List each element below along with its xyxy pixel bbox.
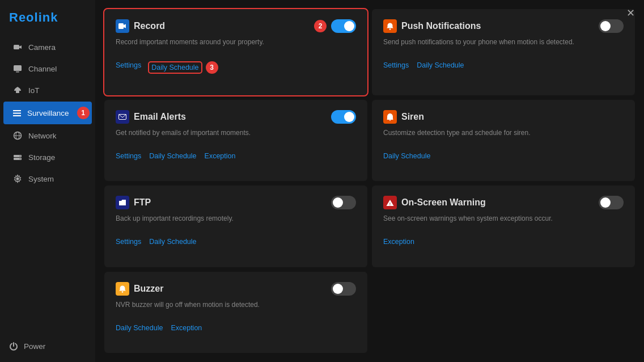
- buzzer-exception-link[interactable]: Exception: [171, 324, 202, 332]
- push-title: Push Notifications: [401, 21, 481, 31]
- sidebar-nav: Camera Channel IoT: [0, 34, 95, 335]
- card-buzzer-header: Buzzer: [116, 282, 356, 296]
- warning-title: On-Screen Warning: [401, 197, 486, 208]
- record-desc: Record important moments around your pro…: [116, 37, 356, 53]
- network-icon: [12, 131, 23, 141]
- siren-title: Siren: [401, 112, 424, 122]
- record-settings-link[interactable]: Settings: [116, 61, 141, 74]
- sidebar: Reolink Camera Channel: [0, 0, 95, 362]
- svg-point-18: [389, 28, 391, 30]
- system-icon: [12, 174, 23, 184]
- sidebar-item-surveillance[interactable]: Surveillance 1: [3, 102, 92, 124]
- record-title: Record: [134, 21, 165, 31]
- siren-desc: Customize detection type and schedule fo…: [383, 128, 624, 144]
- sidebar-label-channel: Channel: [28, 65, 57, 73]
- svg-point-13: [20, 155, 21, 157]
- svg-text:!: !: [389, 202, 391, 206]
- sidebar-item-iot[interactable]: IoT: [3, 80, 92, 100]
- siren-daily-schedule-link[interactable]: Daily Schedule: [383, 152, 430, 160]
- svg-rect-6: [13, 113, 21, 114]
- ftp-settings-link[interactable]: Settings: [116, 238, 141, 246]
- sidebar-label-iot: IoT: [28, 86, 40, 95]
- iot-icon: [12, 85, 23, 95]
- card-siren-title-row: Siren: [383, 110, 424, 124]
- ftp-links: Settings Daily Schedule: [116, 238, 356, 246]
- card-record: Record 2 Record important moments around…: [104, 9, 367, 95]
- svg-rect-20: [387, 119, 393, 120]
- ftp-icon: [116, 196, 129, 209]
- buzzer-toggle[interactable]: [331, 282, 356, 296]
- buzzer-title: Buzzer: [134, 284, 163, 294]
- card-email-header: Email Alerts: [116, 110, 356, 124]
- buzzer-links: Daily Schedule Exception: [116, 324, 356, 332]
- card-record-header: Record 2: [116, 19, 356, 33]
- email-links: Settings Daily Schedule Exception: [116, 152, 356, 160]
- brand-logo: Reolink: [0, 0, 95, 34]
- email-icon: [116, 110, 129, 124]
- sidebar-label-system: System: [28, 175, 54, 183]
- siren-icon: [383, 110, 397, 124]
- record-toggle[interactable]: [331, 19, 356, 33]
- surveillance-icon: [12, 108, 22, 118]
- svg-point-21: [389, 120, 391, 121]
- card-siren-header: Siren: [383, 110, 624, 124]
- card-push-title-row: Push Notifications: [383, 19, 481, 33]
- power-button[interactable]: Power: [0, 335, 95, 362]
- card-on-screen-warning: ! On-Screen Warning See on-screen warnin…: [372, 186, 635, 267]
- push-links: Settings Daily Schedule: [383, 61, 624, 69]
- card-push-header: Push Notifications: [383, 19, 624, 33]
- sidebar-item-camera[interactable]: Camera: [3, 37, 92, 57]
- email-daily-schedule-link[interactable]: Daily Schedule: [149, 152, 196, 160]
- card-siren: Siren Customize detection type and sched…: [372, 100, 635, 182]
- record-links: Settings Daily Schedule 3: [116, 61, 356, 74]
- sidebar-label-storage: Storage: [28, 153, 55, 162]
- email-desc: Get notified by emails of important mome…: [116, 128, 356, 144]
- email-toggle[interactable]: [331, 110, 356, 124]
- svg-point-24: [122, 291, 124, 293]
- card-email-alerts: Email Alerts Get notified by emails of i…: [104, 100, 367, 182]
- buzzer-daily-schedule-link[interactable]: Daily Schedule: [116, 324, 163, 332]
- siren-links: Daily Schedule: [383, 152, 624, 160]
- buzzer-desc: NVR buzzer will go off when motion is de…: [116, 300, 356, 316]
- warning-exception-link[interactable]: Exception: [383, 238, 414, 246]
- svg-rect-5: [13, 110, 21, 111]
- cards-grid: Record 2 Record important moments around…: [95, 0, 644, 362]
- push-settings-link[interactable]: Settings: [383, 61, 409, 69]
- email-exception-link[interactable]: Exception: [205, 152, 236, 160]
- ftp-toggle[interactable]: [331, 196, 356, 209]
- power-icon: [9, 342, 18, 351]
- email-settings-link[interactable]: Settings: [116, 152, 141, 160]
- sidebar-item-channel[interactable]: Channel: [3, 58, 92, 79]
- card-record-title-row: Record: [116, 19, 165, 33]
- svg-rect-7: [13, 115, 21, 116]
- ftp-title: FTP: [134, 197, 151, 208]
- ftp-daily-schedule-link[interactable]: Daily Schedule: [149, 238, 196, 246]
- push-toggle[interactable]: [599, 19, 624, 33]
- sidebar-label-camera: Camera: [28, 43, 56, 52]
- storage-icon: [12, 152, 23, 162]
- card-email-title-row: Email Alerts: [116, 110, 186, 124]
- card-push-notifications: Push Notifications Send push notificatio…: [372, 9, 635, 95]
- push-desc: Send push notifications to your phone wh…: [383, 37, 624, 53]
- record-daily-schedule-link[interactable]: Daily Schedule: [149, 62, 201, 73]
- channel-icon: [12, 64, 23, 74]
- warning-icon: !: [383, 196, 397, 209]
- power-label: Power: [24, 342, 45, 351]
- camera-icon: [12, 42, 23, 52]
- record-icon: [116, 19, 129, 33]
- sidebar-item-network[interactable]: Network: [3, 125, 92, 146]
- svg-rect-4: [16, 91, 19, 93]
- sidebar-item-storage[interactable]: Storage: [3, 147, 92, 167]
- warning-desc: See on-screen warnings when system excep…: [383, 214, 624, 230]
- warning-toggle[interactable]: [599, 196, 624, 209]
- sidebar-label-surveillance: Surveillance: [27, 109, 69, 117]
- annotation-3: 3: [206, 61, 218, 74]
- card-ftp-title-row: FTP: [116, 196, 151, 209]
- svg-point-15: [16, 178, 19, 180]
- svg-rect-3: [16, 71, 19, 73]
- push-daily-schedule-link[interactable]: Daily Schedule: [417, 61, 464, 69]
- close-button[interactable]: ✕: [626, 8, 635, 18]
- svg-marker-17: [124, 24, 126, 28]
- ftp-desc: Back up important recordings remotely.: [116, 214, 356, 230]
- sidebar-item-system[interactable]: System: [3, 169, 92, 189]
